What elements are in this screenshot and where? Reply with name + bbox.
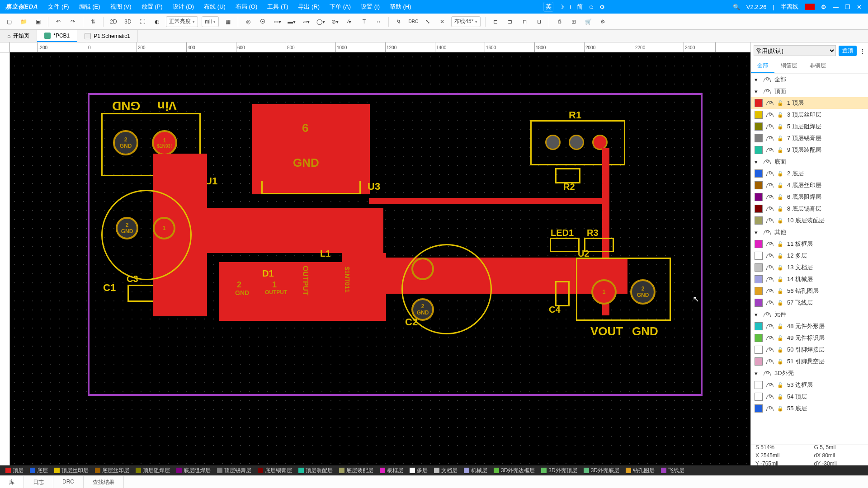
layerstrip-item[interactable]: 多层 bbox=[408, 467, 429, 474]
lock-icon[interactable]: 🔓 bbox=[777, 335, 783, 341]
layer-row[interactable]: 🔓1 顶层 bbox=[751, 97, 868, 109]
chevron-down-icon[interactable]: ▾ bbox=[755, 76, 760, 83]
settings-icon[interactable]: ⚙ bbox=[821, 4, 826, 10]
lock-icon[interactable]: 🔓 bbox=[777, 288, 783, 294]
layer-preset-select[interactable]: 常用(默认) bbox=[754, 45, 836, 56]
lock-icon[interactable]: 🔓 bbox=[777, 100, 783, 106]
align-left-icon[interactable]: ⊏ bbox=[490, 16, 501, 27]
lock-icon[interactable]: 🔓 bbox=[777, 359, 783, 365]
bottom-tab-log[interactable]: 日志 bbox=[24, 476, 53, 488]
lock-icon[interactable]: 🔓 bbox=[777, 406, 783, 412]
layerstrip-item[interactable]: 底层装配层 bbox=[337, 467, 375, 474]
layer-group-header[interactable]: ▾底面 bbox=[751, 156, 868, 168]
layer-row[interactable]: 🔓12 多层 bbox=[751, 250, 868, 262]
view-2d-button[interactable]: 2D bbox=[108, 16, 119, 27]
layer-row[interactable]: 🔓57 飞线层 bbox=[751, 297, 868, 309]
eye-icon[interactable] bbox=[766, 218, 774, 223]
layer-tab-noncopper[interactable]: 非铜层 bbox=[803, 59, 832, 73]
layer-row[interactable]: 🔓56 钻孔图层 bbox=[751, 285, 868, 297]
pcb-canvas[interactable]: -200020040060080010001200140016001800200… bbox=[0, 42, 750, 465]
layer-row[interactable]: 🔓48 元件外形层 bbox=[751, 320, 868, 332]
tab-start[interactable]: ⌂开始页 bbox=[0, 30, 37, 42]
layerstrip-item[interactable]: 飞线层 bbox=[659, 467, 686, 474]
drc-button[interactable]: DRC bbox=[408, 16, 419, 27]
eye-icon[interactable] bbox=[766, 101, 774, 105]
layerstrip-item[interactable]: 底层丝印层 bbox=[93, 467, 131, 474]
dimension-tool-icon[interactable]: ↔ bbox=[373, 16, 384, 27]
layerstrip-item[interactable]: 板框层 bbox=[378, 467, 405, 474]
layer-row[interactable]: 🔓2 底层 bbox=[751, 168, 868, 179]
layerstrip-item[interactable]: 顶层丝印层 bbox=[52, 467, 90, 474]
chevron-down-icon[interactable]: ▾ bbox=[755, 229, 760, 236]
lock-icon[interactable]: 🔓 bbox=[777, 324, 783, 329]
eye-icon[interactable] bbox=[766, 124, 774, 129]
close-button[interactable]: ✕ bbox=[857, 4, 862, 10]
export-icon[interactable]: ⎙ bbox=[554, 16, 565, 27]
layerstrip-item[interactable]: 顶层 bbox=[4, 467, 25, 474]
eye-icon[interactable] bbox=[766, 136, 774, 141]
eye-icon[interactable] bbox=[764, 371, 771, 375]
layer-row[interactable]: 🔓5 顶层阻焊层 bbox=[751, 121, 868, 132]
layerstrip-item[interactable]: 顶层装配层 bbox=[297, 467, 335, 474]
lock-icon[interactable]: 🔓 bbox=[777, 300, 783, 306]
layer-group-header[interactable]: ▾全部 bbox=[751, 74, 868, 85]
layerstrip-item[interactable]: 底层锡膏层 bbox=[256, 467, 294, 474]
layer-row[interactable]: 🔓51 引脚悬空层 bbox=[751, 356, 868, 367]
layer-row[interactable]: 🔓6 底层阻焊层 bbox=[751, 191, 868, 203]
pcb-viewport[interactable]: GND Vin 2GND 1$1N93! U1 6 GND U3 R1 R2 bbox=[10, 52, 750, 465]
layer-row[interactable]: 🔓10 底层装配层 bbox=[751, 215, 868, 226]
lock-icon[interactable]: 🔓 bbox=[777, 265, 783, 271]
layer-row[interactable]: 🔓11 板框层 bbox=[751, 238, 868, 250]
layer-group-header[interactable]: ▾顶面 bbox=[751, 85, 868, 97]
eye-icon[interactable] bbox=[766, 113, 774, 117]
unit-select[interactable]: mil▾ bbox=[202, 16, 219, 27]
layerstrip-item[interactable]: 3D外壳顶层 bbox=[539, 467, 579, 474]
text-tool-icon[interactable]: T bbox=[359, 16, 369, 27]
new-file-button[interactable]: ▢ bbox=[4, 16, 14, 27]
eye-icon[interactable] bbox=[764, 312, 771, 317]
layer-row[interactable]: 🔓55 底层 bbox=[751, 403, 868, 414]
layer-row[interactable]: 🔓13 文档层 bbox=[751, 262, 868, 273]
eye-icon[interactable] bbox=[766, 183, 774, 188]
align-top-icon[interactable]: ⊓ bbox=[519, 16, 530, 27]
menu-item[interactable]: 工具 (T) bbox=[263, 1, 292, 13]
lock-icon[interactable]: 🔓 bbox=[777, 241, 783, 247]
menu-item[interactable]: 布局 (O) bbox=[231, 1, 262, 13]
layer-row[interactable]: 🔓14 机械层 bbox=[751, 273, 868, 285]
lock-icon[interactable]: 🔓 bbox=[777, 183, 783, 188]
moon-icon[interactable]: ☽ bbox=[559, 4, 564, 10]
chevron-down-icon[interactable]: ▾ bbox=[755, 159, 760, 165]
eye-icon[interactable] bbox=[766, 277, 774, 282]
view-3d-button[interactable]: 3D bbox=[123, 16, 133, 27]
eye-icon[interactable] bbox=[766, 300, 774, 305]
menu-item[interactable]: 编辑 (E) bbox=[75, 1, 105, 13]
menu-item[interactable]: 放置 (P) bbox=[137, 1, 167, 13]
layer-row[interactable]: 🔓50 引脚焊接层 bbox=[751, 344, 868, 356]
eye-icon[interactable] bbox=[764, 89, 771, 94]
grid-button[interactable]: ▦ bbox=[222, 16, 233, 27]
route-tool-icon[interactable]: ↯ bbox=[393, 16, 404, 27]
chevron-down-icon[interactable]: ▾ bbox=[755, 311, 760, 318]
align-bottom-icon[interactable]: ⊔ bbox=[533, 16, 544, 27]
layer-row[interactable]: 🔓8 底层锡膏层 bbox=[751, 203, 868, 215]
eye-icon[interactable] bbox=[764, 160, 771, 164]
search-icon[interactable]: 🔍 bbox=[733, 4, 740, 10]
nogo-tool-icon[interactable]: ⊘▾ bbox=[330, 16, 340, 27]
tab-pcb[interactable]: *PCB1 bbox=[37, 30, 77, 42]
rect-tool-icon[interactable]: ▭▾ bbox=[272, 16, 283, 27]
layer-row[interactable]: 🔓53 边框层 bbox=[751, 379, 868, 391]
menu-item[interactable]: 设置 (I) bbox=[356, 1, 384, 13]
gear-icon[interactable]: ⚙ bbox=[599, 4, 605, 10]
lock-icon[interactable]: 🔓 bbox=[777, 112, 783, 118]
eye-icon[interactable] bbox=[766, 253, 774, 258]
lock-icon[interactable]: 🔓 bbox=[777, 124, 783, 130]
lock-icon[interactable]: 🔓 bbox=[777, 218, 783, 224]
bottom-tab-find[interactable]: 查找结果 bbox=[84, 476, 124, 488]
smile-icon[interactable]: ☺ bbox=[588, 4, 594, 10]
lock-icon[interactable]: 🔓 bbox=[777, 347, 783, 353]
lock-icon[interactable]: 🔓 bbox=[777, 206, 783, 212]
layer-tab-copper[interactable]: 铜箔层 bbox=[774, 59, 803, 73]
layer-row[interactable]: 🔓49 元件标识层 bbox=[751, 332, 868, 344]
settings-gear-icon[interactable]: ⚙ bbox=[597, 16, 608, 27]
layer-group-header[interactable]: ▾3D外壳 bbox=[751, 367, 868, 379]
